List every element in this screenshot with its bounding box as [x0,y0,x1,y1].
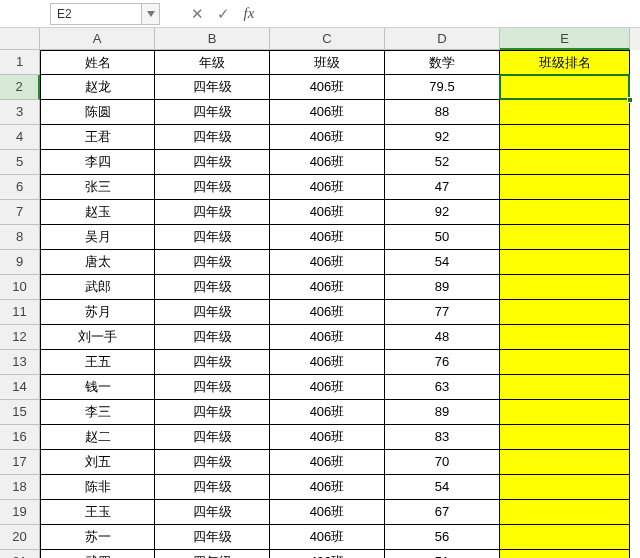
cell-A3[interactable]: 陈圆 [40,100,155,125]
row-header-6[interactable]: 6 [0,175,40,200]
row-header-10[interactable]: 10 [0,275,40,300]
cell-B3[interactable]: 四年级 [155,100,270,125]
row-header-15[interactable]: 15 [0,400,40,425]
cell-C19[interactable]: 406班 [270,500,385,525]
cell-D13[interactable]: 76 [385,350,500,375]
cell-C5[interactable]: 406班 [270,150,385,175]
select-all-corner[interactable] [0,28,40,50]
cell-D10[interactable]: 89 [385,275,500,300]
cell-B13[interactable]: 四年级 [155,350,270,375]
cell-A9[interactable]: 唐太 [40,250,155,275]
cell-E16[interactable] [500,425,630,450]
cell-C7[interactable]: 406班 [270,200,385,225]
cell-B10[interactable]: 四年级 [155,275,270,300]
cell-C21[interactable]: 406班 [270,550,385,558]
cell-A14[interactable]: 钱一 [40,375,155,400]
cell-C17[interactable]: 406班 [270,450,385,475]
cell-A7[interactable]: 赵玉 [40,200,155,225]
cell-E4[interactable] [500,125,630,150]
cell-D12[interactable]: 48 [385,325,500,350]
cell-C1[interactable]: 班级 [270,50,385,75]
cell-A13[interactable]: 王五 [40,350,155,375]
cell-A12[interactable]: 刘一手 [40,325,155,350]
cell-B8[interactable]: 四年级 [155,225,270,250]
cell-B12[interactable]: 四年级 [155,325,270,350]
cell-B14[interactable]: 四年级 [155,375,270,400]
row-header-21[interactable]: 21 [0,550,40,558]
cell-D19[interactable]: 67 [385,500,500,525]
cell-C13[interactable]: 406班 [270,350,385,375]
row-header-8[interactable]: 8 [0,225,40,250]
cell-E15[interactable] [500,400,630,425]
cell-D20[interactable]: 56 [385,525,500,550]
row-header-14[interactable]: 14 [0,375,40,400]
cell-B9[interactable]: 四年级 [155,250,270,275]
cell-C18[interactable]: 406班 [270,475,385,500]
cell-D1[interactable]: 数学 [385,50,500,75]
cell-D6[interactable]: 47 [385,175,500,200]
insert-function-button[interactable]: fx [236,3,262,25]
cell-C16[interactable]: 406班 [270,425,385,450]
cell-B7[interactable]: 四年级 [155,200,270,225]
row-header-2[interactable]: 2 [0,75,40,100]
cell-C10[interactable]: 406班 [270,275,385,300]
cell-E12[interactable] [500,325,630,350]
cell-D11[interactable]: 77 [385,300,500,325]
cell-E2[interactable] [500,75,630,100]
fill-handle[interactable] [627,97,633,103]
cell-D9[interactable]: 54 [385,250,500,275]
cell-C3[interactable]: 406班 [270,100,385,125]
cell-A10[interactable]: 武郎 [40,275,155,300]
cell-D15[interactable]: 89 [385,400,500,425]
name-box-dropdown[interactable] [142,3,160,25]
cell-E13[interactable] [500,350,630,375]
cell-A11[interactable]: 苏月 [40,300,155,325]
cell-A15[interactable]: 李三 [40,400,155,425]
name-box[interactable]: E2 [50,3,142,25]
cell-D14[interactable]: 63 [385,375,500,400]
cell-E1[interactable]: 班级排名 [500,50,630,75]
cell-A18[interactable]: 陈非 [40,475,155,500]
cell-E3[interactable] [500,100,630,125]
cell-E9[interactable] [500,250,630,275]
cell-B5[interactable]: 四年级 [155,150,270,175]
cell-B15[interactable]: 四年级 [155,400,270,425]
cell-D2[interactable]: 79.5 [385,75,500,100]
cell-A6[interactable]: 张三 [40,175,155,200]
col-header-C[interactable]: C [270,28,385,50]
cell-E19[interactable] [500,500,630,525]
cell-E8[interactable] [500,225,630,250]
row-header-4[interactable]: 4 [0,125,40,150]
cell-D4[interactable]: 92 [385,125,500,150]
cell-A2[interactable]: 赵龙 [40,75,155,100]
cell-D7[interactable]: 92 [385,200,500,225]
cell-A1[interactable]: 姓名 [40,50,155,75]
cell-E5[interactable] [500,150,630,175]
col-header-B[interactable]: B [155,28,270,50]
cell-B21[interactable]: 四年级 [155,550,270,558]
cell-A21[interactable]: 武四 [40,550,155,558]
cell-C9[interactable]: 406班 [270,250,385,275]
row-header-9[interactable]: 9 [0,250,40,275]
row-header-13[interactable]: 13 [0,350,40,375]
col-header-E[interactable]: E [500,28,630,50]
cell-C14[interactable]: 406班 [270,375,385,400]
cell-E14[interactable] [500,375,630,400]
cell-B20[interactable]: 四年级 [155,525,270,550]
cell-E11[interactable] [500,300,630,325]
formula-input[interactable] [262,3,640,25]
row-header-12[interactable]: 12 [0,325,40,350]
row-header-19[interactable]: 19 [0,500,40,525]
cell-B2[interactable]: 四年级 [155,75,270,100]
cell-C15[interactable]: 406班 [270,400,385,425]
cell-B4[interactable]: 四年级 [155,125,270,150]
cell-B11[interactable]: 四年级 [155,300,270,325]
cell-B18[interactable]: 四年级 [155,475,270,500]
cell-D21[interactable]: 51 [385,550,500,558]
cell-A19[interactable]: 王玉 [40,500,155,525]
row-header-7[interactable]: 7 [0,200,40,225]
cell-E21[interactable] [500,550,630,558]
cell-E18[interactable] [500,475,630,500]
cell-C12[interactable]: 406班 [270,325,385,350]
cell-C4[interactable]: 406班 [270,125,385,150]
